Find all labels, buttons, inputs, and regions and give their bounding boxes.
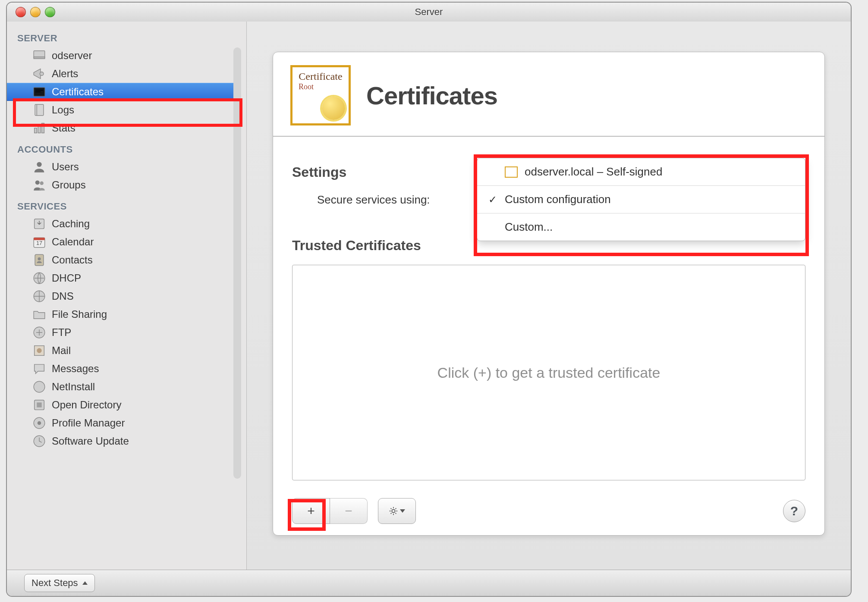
sidebar-item-opendirectory[interactable]: Open Directory bbox=[7, 396, 233, 414]
dropdown-option-custom[interactable]: Custom... bbox=[477, 213, 805, 241]
svg-line-36 bbox=[391, 508, 392, 509]
dropdown-option-odserver[interactable]: odserver.local – Self-signed bbox=[477, 158, 805, 186]
badge-line1: Certificate bbox=[299, 71, 342, 82]
sidebar-item-certificates[interactable]: Certificates bbox=[7, 83, 233, 101]
sidebar-item-users[interactable]: Users bbox=[7, 158, 233, 176]
sidebar-item-dhcp[interactable]: DHCP bbox=[7, 269, 233, 287]
svg-point-13 bbox=[40, 182, 44, 185]
sidebar-item-label: Certificates bbox=[52, 86, 104, 98]
add-remove-group: + − bbox=[292, 498, 368, 524]
svg-rect-27 bbox=[37, 402, 41, 407]
svg-point-29 bbox=[38, 421, 41, 425]
sidebar-section-accounts: ACCOUNTS bbox=[7, 137, 233, 158]
dropdown-option-label: Custom... bbox=[505, 220, 553, 234]
sidebar-item-label: Open Directory bbox=[52, 399, 121, 411]
notebook-icon bbox=[32, 103, 47, 117]
address-book-icon bbox=[32, 253, 47, 267]
sidebar-item-label: Calendar bbox=[52, 236, 94, 248]
next-steps-label: Next Steps bbox=[31, 577, 78, 589]
sidebar-item-contacts[interactable]: Contacts bbox=[7, 251, 233, 269]
sidebar-item-groups[interactable]: Groups bbox=[7, 176, 233, 194]
trusted-certificates-list[interactable]: Click (+) to get a trusted certificate bbox=[292, 265, 805, 480]
page-title: Certificates bbox=[366, 81, 497, 110]
sidebar-item-mail[interactable]: Mail bbox=[7, 342, 233, 360]
sidebar-item-ftp[interactable]: FTP bbox=[7, 323, 233, 342]
sidebar-scrollbar[interactable] bbox=[233, 47, 241, 479]
sidebar-item-label: FTP bbox=[52, 326, 71, 339]
certificate-dropdown[interactable]: odserver.local – Self-signed ✓ Custom co… bbox=[477, 158, 805, 241]
speech-bubble-icon bbox=[32, 361, 47, 376]
sidebar-item-stats[interactable]: Stats bbox=[7, 119, 233, 137]
app-window: Server SERVER odserver Alerts Certificat… bbox=[6, 2, 852, 597]
sidebar-item-label: DNS bbox=[52, 290, 74, 302]
ftp-globe-icon bbox=[32, 325, 47, 340]
add-button[interactable]: + bbox=[292, 498, 330, 524]
seal-icon bbox=[322, 97, 345, 120]
sidebar-item-label: Logs bbox=[52, 104, 74, 116]
update-gear-icon bbox=[32, 434, 47, 448]
svg-line-39 bbox=[396, 508, 396, 509]
remove-button[interactable]: − bbox=[330, 498, 368, 524]
close-button[interactable] bbox=[16, 7, 26, 17]
sidebar-item-filesharing[interactable]: File Sharing bbox=[7, 305, 233, 323]
certificate-badge-icon: Certificate Root bbox=[290, 65, 351, 125]
help-button[interactable]: ? bbox=[783, 500, 805, 522]
sidebar-item-odserver[interactable]: odserver bbox=[7, 47, 233, 65]
svg-rect-6 bbox=[35, 104, 44, 116]
svg-rect-1 bbox=[34, 57, 45, 59]
sidebar-item-netinstall[interactable]: NetInstall bbox=[7, 378, 233, 396]
question-icon: ? bbox=[790, 504, 798, 518]
group-icon bbox=[32, 178, 47, 192]
megaphone-icon bbox=[32, 66, 47, 81]
certificate-icon bbox=[505, 166, 518, 178]
sidebar-item-label: Profile Manager bbox=[52, 417, 125, 429]
sidebar-item-label: Mail bbox=[52, 345, 71, 357]
sidebar-item-softwareupdate[interactable]: Software Update bbox=[7, 432, 233, 450]
sidebar-item-label: Software Update bbox=[52, 435, 129, 447]
dropdown-option-custom-config[interactable]: ✓ Custom configuration bbox=[477, 186, 805, 213]
action-row: + − ? bbox=[292, 495, 805, 527]
computer-icon bbox=[32, 48, 47, 63]
sidebar-item-label: File Sharing bbox=[52, 308, 107, 320]
svg-rect-10 bbox=[42, 123, 44, 133]
sidebar-item-label: Groups bbox=[52, 179, 86, 191]
gear-menu-button[interactable] bbox=[378, 498, 416, 524]
certificate-icon bbox=[32, 85, 47, 99]
sidebar: SERVER odserver Alerts Certificates Logs… bbox=[7, 22, 247, 570]
titlebar: Server bbox=[7, 3, 851, 22]
sidebar-item-calendar[interactable]: 17 Calendar bbox=[7, 233, 233, 251]
sidebar-item-label: DHCP bbox=[52, 272, 81, 284]
empty-placeholder: Click (+) to get a trusted certificate bbox=[437, 364, 660, 381]
status-bar: Next Steps bbox=[7, 570, 851, 596]
window-title: Server bbox=[7, 6, 851, 18]
content-card: Certificate Root Certificates Settings S… bbox=[273, 52, 825, 536]
sidebar-item-messages[interactable]: Messages bbox=[7, 360, 233, 378]
sidebar-item-label: Stats bbox=[52, 122, 75, 134]
svg-point-2 bbox=[40, 72, 44, 76]
sidebar-item-label: Alerts bbox=[52, 68, 78, 80]
sidebar-item-label: Messages bbox=[52, 363, 99, 375]
calendar-icon: 17 bbox=[32, 235, 47, 249]
dropdown-option-label: odserver.local – Self-signed bbox=[525, 165, 662, 179]
network-tag-icon bbox=[32, 271, 47, 285]
plus-icon: + bbox=[307, 504, 315, 518]
gear-circle-icon bbox=[32, 416, 47, 430]
sidebar-item-alerts[interactable]: Alerts bbox=[7, 65, 233, 83]
zoom-button[interactable] bbox=[45, 7, 55, 17]
next-steps-button[interactable]: Next Steps bbox=[24, 574, 95, 592]
sidebar-item-caching[interactable]: Caching bbox=[7, 215, 233, 233]
minimize-button[interactable] bbox=[30, 7, 41, 17]
chevron-down-icon bbox=[400, 509, 405, 513]
svg-rect-9 bbox=[38, 125, 41, 133]
globe-icon bbox=[32, 289, 47, 304]
sidebar-item-label: Users bbox=[52, 161, 79, 173]
svg-rect-8 bbox=[35, 128, 37, 133]
sidebar-item-dns[interactable]: DNS bbox=[7, 287, 233, 305]
folder-icon bbox=[32, 307, 47, 322]
badge-line2: Root bbox=[299, 82, 314, 91]
svg-point-31 bbox=[392, 509, 395, 512]
sidebar-item-logs[interactable]: Logs bbox=[7, 101, 233, 119]
svg-point-24 bbox=[37, 348, 41, 353]
sidebar-item-label: odserver bbox=[52, 50, 92, 62]
sidebar-item-profilemanager[interactable]: Profile Manager bbox=[7, 414, 233, 432]
